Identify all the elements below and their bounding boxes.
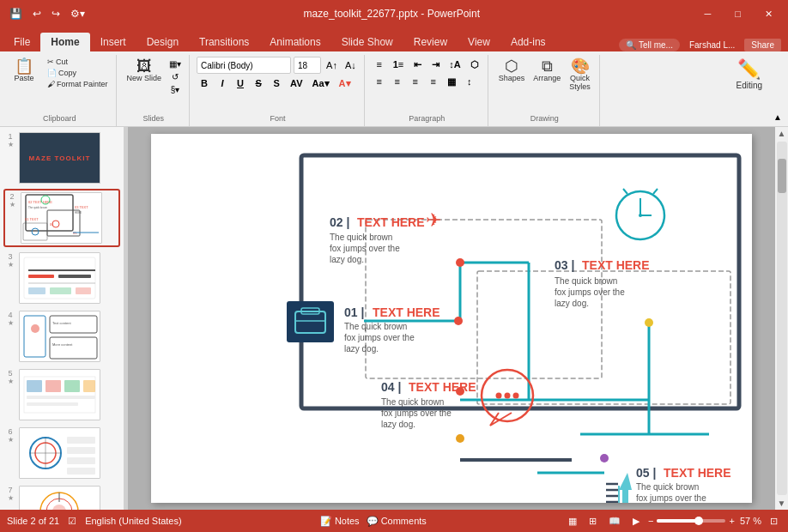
tab-home[interactable]: Home (40, 33, 89, 51)
zoom-slider-track[interactable] (657, 519, 725, 523)
normal-view-button[interactable]: ▦ (565, 515, 580, 528)
slide-panel: 1 ★ MAZE TOOLKIT 2 ★ 02 TEXT HERE The qu… (0, 127, 124, 510)
paragraph-row1: ≡ 1≡ ⇤ ⇥ ↕A ⬡ (372, 57, 482, 72)
paste-button[interactable]: 📋 Paste (9, 57, 39, 84)
tab-addins[interactable]: Add-ins (500, 33, 556, 51)
scroll-track[interactable] (777, 142, 787, 495)
shapes-button[interactable]: ⬡ Shapes (495, 57, 529, 84)
reset-button[interactable]: ↺ (167, 71, 184, 82)
tab-file[interactable]: File (3, 33, 40, 51)
notes-button[interactable]: 📝 Notes (317, 515, 363, 528)
quick-styles-button[interactable]: 🎨 Quick Styles (566, 57, 594, 93)
bold-button[interactable]: B (197, 76, 212, 91)
undo-button[interactable]: ↩ (30, 6, 44, 21)
text-direction-button[interactable]: ↕A (446, 57, 464, 72)
reading-view-button[interactable]: 📖 (605, 515, 624, 528)
shadow-button[interactable]: S (269, 76, 284, 91)
svg-text:03 |: 03 | (555, 258, 574, 272)
svg-text:HERE: HERE (75, 211, 82, 215)
customize-qat-button[interactable]: ⚙▾ (68, 6, 88, 21)
window-title: maze_toolkit_22677.pptx - PowerPoint (304, 8, 480, 20)
decrease-font-button[interactable]: A↓ (342, 59, 359, 71)
slide-thumb-5[interactable]: 5 ★ (3, 367, 120, 422)
slide-canvas[interactable]: 01 | TEXT HERE The quick brown fox jumps… (151, 134, 752, 503)
font-color-button[interactable]: A▾ (336, 76, 355, 91)
slide-thumb-7[interactable]: 7 ★ (3, 484, 120, 510)
zoom-out-button[interactable]: − (648, 516, 653, 526)
tab-transitions[interactable]: Transitions (189, 33, 259, 51)
scroll-down-button[interactable]: ▼ (776, 497, 788, 510)
section-button[interactable]: §▾ (167, 84, 184, 95)
tell-me-button[interactable]: 🔍 Tell me... (619, 39, 680, 51)
tab-slideshow[interactable]: Slide Show (331, 33, 403, 51)
share-button[interactable]: Share (744, 39, 781, 51)
zoom-in-button[interactable]: + (729, 516, 734, 526)
bullets-button[interactable]: ≡ (372, 57, 387, 72)
font-family-input[interactable] (197, 57, 291, 74)
slide-num-3: 3 ★ (5, 252, 15, 269)
collapse-ribbon-button[interactable]: ▲ (771, 112, 785, 123)
svg-point-94 (645, 318, 653, 327)
tab-design[interactable]: Design (136, 33, 189, 51)
svg-rect-33 (64, 380, 80, 392)
layout-button[interactable]: ▦▾ (167, 58, 184, 70)
char-spacing-button[interactable]: AV (287, 76, 306, 91)
cut-button[interactable]: ✂Cut (45, 57, 111, 67)
slide-thumb-6[interactable]: 6 ★ (3, 426, 120, 481)
tab-animations[interactable]: Animations (259, 33, 330, 51)
italic-button[interactable]: I (215, 76, 230, 91)
slideshow-button[interactable]: ▶ (629, 515, 643, 528)
tab-review[interactable]: Review (403, 33, 458, 51)
svg-rect-66 (287, 301, 334, 342)
svg-rect-44 (67, 457, 95, 464)
svg-point-101 (456, 387, 464, 396)
increase-font-button[interactable]: A↑ (324, 59, 340, 71)
paragraph-row2: ≡ ≡ ≡ ≡ ▦ ↕ (372, 74, 477, 89)
comments-button[interactable]: 💬 Comments (363, 515, 430, 528)
fit-to-window-button[interactable]: ⊡ (767, 515, 781, 528)
maximize-button[interactable]: □ (726, 0, 749, 27)
scroll-up-button[interactable]: ▲ (776, 127, 788, 140)
slide-thumb-2[interactable]: 2 ★ 02 TEXT HERE The quick brown 03 TEXT… (3, 189, 120, 247)
font-group: A↑ A↓ B I U S S AV Aa▾ A▾ Font (191, 55, 365, 126)
copy-button[interactable]: 📄Copy (45, 68, 111, 78)
justify-button[interactable]: ≡ (426, 74, 441, 89)
vertical-scrollbar[interactable]: ▲ ▼ (775, 127, 788, 510)
status-bar-left: Slide 2 of 21 ☑ English (United States) (7, 515, 182, 528)
accessibility-button[interactable]: ☑ (64, 515, 80, 528)
close-button[interactable]: ✕ (756, 0, 781, 27)
arrange-button[interactable]: ⧉ Arrange (530, 57, 564, 84)
increase-indent-button[interactable]: ⇥ (427, 57, 443, 72)
line-spacing-button[interactable]: ↕ (462, 74, 477, 89)
save-button[interactable]: 💾 (7, 6, 25, 21)
decrease-indent-button[interactable]: ⇤ (409, 57, 425, 72)
slide-thumb-3[interactable]: 3 ★ (3, 251, 120, 305)
format-painter-button[interactable]: 🖌Format Painter (45, 79, 111, 89)
slide-thumb-4[interactable]: 4 ★ Text content More content (3, 309, 120, 364)
slide-sorter-button[interactable]: ⊞ (585, 515, 600, 528)
align-right-button[interactable]: ≡ (408, 74, 423, 89)
account-button[interactable]: Farshad L... (687, 39, 737, 51)
numbered-list-button[interactable]: 1≡ (390, 57, 408, 72)
columns-button[interactable]: ▦ (444, 74, 459, 89)
redo-button[interactable]: ↪ (49, 6, 63, 21)
ribbon: 📋 Paste ✂Cut 📄Copy 🖌Format Painter Clipb… (0, 51, 788, 127)
svg-text:The quick brown: The quick brown (344, 322, 407, 331)
strikethrough-button[interactable]: S (251, 76, 266, 91)
svg-point-119 (600, 454, 609, 462)
svg-point-96 (496, 393, 502, 399)
slide-thumb-1[interactable]: 1 ★ MAZE TOOLKIT (3, 130, 120, 185)
slide-num-1: 1 ★ (5, 132, 15, 148)
font-case-button[interactable]: Aa▾ (309, 76, 333, 91)
font-size-input[interactable] (294, 57, 321, 74)
new-slide-button[interactable]: 🖼 New Slide (124, 57, 166, 84)
align-left-button[interactable]: ≡ (372, 74, 387, 89)
tab-insert[interactable]: Insert (90, 33, 136, 51)
underline-button[interactable]: U (233, 76, 248, 91)
convert-to-smartart-button[interactable]: ⬡ (467, 57, 482, 72)
svg-text:The quick brown: The quick brown (28, 206, 47, 209)
zoom-slider-thumb (694, 517, 703, 525)
align-center-button[interactable]: ≡ (390, 74, 405, 89)
minimize-button[interactable]: ─ (696, 0, 720, 27)
tab-view[interactable]: View (458, 33, 500, 51)
